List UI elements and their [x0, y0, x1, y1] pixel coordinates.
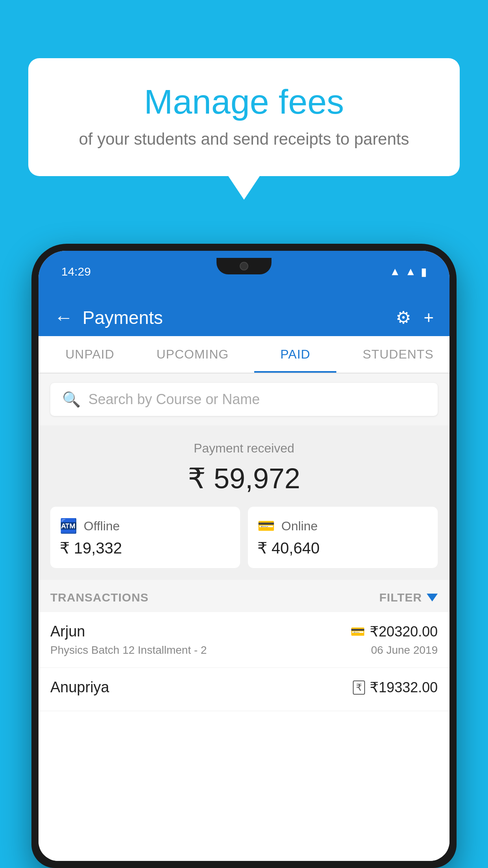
camera: [240, 262, 248, 270]
tab-paid[interactable]: PAID: [244, 336, 347, 373]
transaction-top-row: Anupriya ₹ ₹19332.00: [50, 679, 438, 696]
back-button[interactable]: ←: [54, 307, 73, 328]
transaction-list: Arjun 💳 ₹20320.00 Physics Batch 12 Insta…: [39, 612, 449, 861]
wifi-icon: ▲: [390, 265, 401, 278]
online-icon: 💳: [257, 518, 275, 534]
search-icon: 🔍: [62, 391, 81, 408]
transaction-amount-value: ₹20320.00: [370, 623, 438, 640]
offline-icon: 🏧: [60, 518, 77, 534]
offline-card-header: 🏧 Offline: [60, 518, 231, 534]
payment-type-icon: 💳: [350, 625, 365, 638]
phone-mockup: 14:29 ▲ ▲ ▮ ← Payments: [31, 244, 457, 868]
app-bar-right: ⚙ +: [396, 307, 434, 327]
transaction-description: Physics Batch 12 Installment - 2: [50, 644, 207, 657]
search-container: 🔍 Search by Course or Name: [39, 373, 449, 425]
online-amount: ₹ 40,640: [257, 539, 428, 557]
hero-subtitle: of your students and send receipts to pa…: [60, 130, 428, 149]
hero-section: Manage fees of your students and send re…: [28, 58, 460, 200]
payment-cards: 🏧 Offline ₹ 19,332 💳 Online ₹ 40,640: [50, 507, 438, 568]
transaction-name: Anupriya: [50, 679, 109, 696]
transaction-amount-value: ₹19332.00: [370, 679, 438, 696]
app-bar-title: Payments: [83, 307, 163, 328]
transaction-item[interactable]: Anupriya ₹ ₹19332.00: [39, 668, 449, 711]
transaction-date: 06 June 2019: [371, 644, 438, 657]
offline-label: Offline: [84, 519, 120, 533]
search-placeholder: Search by Course or Name: [88, 391, 260, 408]
phone-body: 14:29 ▲ ▲ ▮ ← Payments: [31, 244, 457, 868]
search-bar[interactable]: 🔍 Search by Course or Name: [50, 383, 438, 416]
tab-unpaid[interactable]: UNPAID: [39, 336, 141, 373]
status-icons: ▲ ▲ ▮: [390, 265, 427, 278]
phone-screen: 14:29 ▲ ▲ ▮ ← Payments: [39, 251, 449, 861]
filter-icon: [427, 594, 438, 601]
payment-total-amount: ₹ 59,972: [50, 462, 438, 495]
tab-upcoming[interactable]: UPCOMING: [141, 336, 244, 373]
transaction-top-row: Arjun 💳 ₹20320.00: [50, 623, 438, 640]
online-card: 💳 Online ₹ 40,640: [248, 507, 438, 568]
speech-bubble-arrow: [228, 176, 260, 200]
offline-card: 🏧 Offline ₹ 19,332: [50, 507, 240, 568]
speech-bubble: Manage fees of your students and send re…: [28, 58, 460, 176]
transactions-header: TRANSACTIONS FILTER: [39, 580, 449, 612]
transaction-amount: ₹ ₹19332.00: [353, 679, 438, 696]
add-icon[interactable]: +: [424, 308, 434, 327]
hero-title: Manage fees: [60, 82, 428, 122]
transactions-label: TRANSACTIONS: [50, 591, 149, 604]
offline-amount: ₹ 19,332: [60, 539, 231, 557]
filter-button[interactable]: FILTER: [379, 591, 438, 604]
app-bar: 14:29 ▲ ▲ ▮ ← Payments: [39, 251, 449, 336]
tab-bar: UNPAID UPCOMING PAID STUDENTS: [39, 336, 449, 373]
payment-received-label: Payment received: [50, 441, 438, 456]
cash-type-icon: ₹: [353, 680, 365, 695]
signal-icon: ▲: [405, 265, 416, 278]
transaction-item[interactable]: Arjun 💳 ₹20320.00 Physics Batch 12 Insta…: [39, 612, 449, 668]
transaction-amount: 💳 ₹20320.00: [350, 623, 438, 640]
filter-label: FILTER: [379, 591, 422, 604]
battery-icon: ▮: [421, 265, 427, 278]
transaction-name: Arjun: [50, 623, 85, 640]
payment-summary: Payment received ₹ 59,972 🏧 Offline ₹ 19…: [39, 425, 449, 580]
online-card-header: 💳 Online: [257, 518, 428, 534]
tab-students[interactable]: STUDENTS: [347, 336, 450, 373]
online-label: Online: [281, 519, 318, 533]
transaction-bottom-row: Physics Batch 12 Installment - 2 06 June…: [50, 644, 438, 657]
app-bar-left: ← Payments: [54, 307, 163, 328]
settings-icon[interactable]: ⚙: [396, 307, 411, 327]
status-time: 14:29: [61, 265, 91, 278]
